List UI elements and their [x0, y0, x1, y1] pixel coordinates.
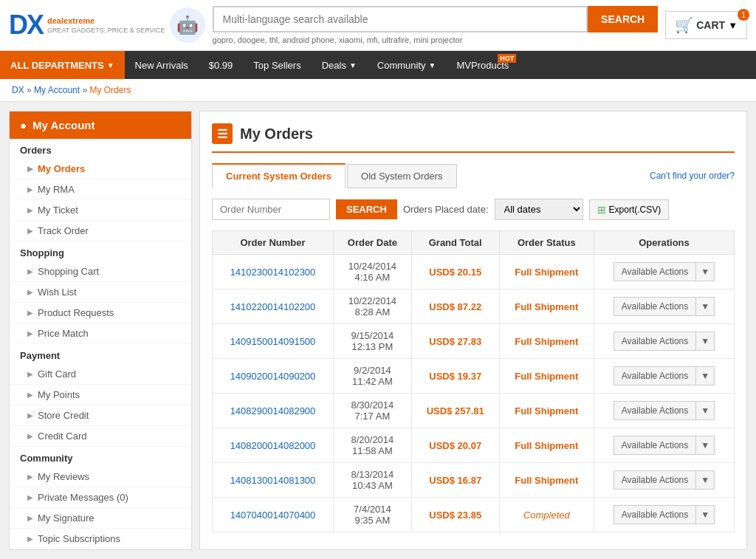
- arrow-icon: ▶: [27, 288, 33, 296]
- sidebar-item-topic-subscriptions[interactable]: ▶ Topic Subscriptions: [10, 529, 191, 549]
- order-number-input[interactable]: [212, 199, 330, 220]
- order-number-link[interactable]: 1407040014070400: [230, 510, 316, 521]
- sidebar-item-my-reviews[interactable]: ▶ My Reviews: [10, 467, 191, 487]
- tab-current-system-orders[interactable]: Current System Orders: [212, 163, 346, 188]
- nav-arrow-icon: ▼: [429, 61, 436, 69]
- cart-button[interactable]: 🛒 CART ▼ 1: [665, 11, 747, 39]
- grand-total-cell: USD$ 87.22: [411, 289, 499, 324]
- search-area: SEARCH gopro, doogee, thl, android phone…: [213, 6, 659, 44]
- search-tags: gopro, doogee, thl, android phone, xiaom…: [213, 35, 659, 44]
- available-actions-button[interactable]: Available Actions ▼: [614, 401, 715, 420]
- sidebar-item-label: Topic Subscriptions: [38, 533, 120, 544]
- content-area: ● My Account Orders ▶ My Orders ▶ My RMA…: [0, 102, 756, 559]
- sidebar-item-my-orders[interactable]: ▶ My Orders: [10, 159, 191, 179]
- order-number-link[interactable]: 1409020014090200: [230, 371, 316, 382]
- main-content: ☰ My Orders Current System Orders Old Sy…: [199, 111, 747, 550]
- sidebar-item-wish-list[interactable]: ▶ Wish List: [10, 282, 191, 303]
- order-number-link[interactable]: 1410220014102200: [230, 301, 316, 312]
- sidebar-item-product-requests[interactable]: ▶ Product Requests: [10, 303, 191, 323]
- order-status-cell: Completed: [499, 498, 594, 532]
- order-date-cell: 7/4/20149:35 AM: [333, 498, 411, 532]
- order-date-cell: 8/20/201411:58 AM: [333, 428, 411, 463]
- order-number-link[interactable]: 1408130014081300: [230, 475, 316, 486]
- table-row: 1408200014082000 8/20/201411:58 AM USD$ …: [213, 428, 735, 463]
- sidebar-item-track-order[interactable]: ▶ Track Order: [10, 221, 191, 241]
- arrow-icon: ▶: [27, 165, 33, 173]
- table-row: 1409150014091500 9/15/201412:13 PM USD$ …: [213, 324, 735, 359]
- operations-cell: Available Actions ▼: [594, 255, 734, 289]
- order-search-button[interactable]: SEARCH: [336, 199, 397, 219]
- nav-item-community[interactable]: Community ▼: [367, 51, 447, 79]
- breadcrumb-my-account[interactable]: My Account: [34, 85, 80, 95]
- actions-arrow-icon: ▼: [696, 506, 714, 524]
- export-button[interactable]: ⊞ Export(.CSV): [589, 199, 670, 220]
- available-actions-button[interactable]: Available Actions ▼: [614, 366, 715, 385]
- search-input[interactable]: [213, 6, 588, 32]
- tab-old-system-orders[interactable]: Old System Orders: [347, 164, 457, 188]
- table-header-row: Order Number Order Date Grand Total Orde…: [213, 231, 735, 255]
- sidebar-item-label: Credit Card: [38, 431, 86, 442]
- grand-total-cell: USD$ 20.15: [411, 255, 499, 289]
- grand-total-cell: USD$ 27.83: [411, 324, 499, 359]
- sidebar-item-credit-card[interactable]: ▶ Credit Card: [10, 426, 191, 447]
- actions-arrow-icon: ▼: [696, 402, 714, 419]
- available-actions-button[interactable]: Available Actions ▼: [614, 505, 715, 524]
- sidebar-item-shopping-cart[interactable]: ▶ Shopping Cart: [10, 261, 191, 282]
- arrow-icon: ▶: [27, 267, 33, 275]
- sidebar-item-gift-card[interactable]: ▶ Gift Card: [10, 364, 191, 385]
- available-actions-button[interactable]: Available Actions ▼: [614, 470, 715, 490]
- sidebar-item-my-points[interactable]: ▶ My Points: [10, 385, 191, 405]
- arrow-icon: ▶: [27, 432, 33, 440]
- order-number-link[interactable]: 1408290014082900: [230, 405, 316, 416]
- logo-text: dealextreme GREAT GADGETS, PRICE & SERVI…: [47, 16, 165, 33]
- order-date-cell: 10/22/20148:28 AM: [333, 289, 411, 324]
- actions-main-label: Available Actions: [614, 367, 697, 385]
- order-number-cell: 1408130014081300: [213, 463, 334, 498]
- available-actions-button[interactable]: Available Actions ▼: [614, 332, 715, 351]
- order-number-link[interactable]: 1408200014082000: [230, 440, 316, 451]
- sidebar-item-my-signature[interactable]: ▶ My Signature: [10, 508, 191, 529]
- sidebar-item-private-messages[interactable]: ▶ Private Messages (0): [10, 487, 191, 508]
- available-actions-button[interactable]: Available Actions ▼: [614, 436, 715, 455]
- nav-item-099[interactable]: $0.99: [199, 51, 244, 79]
- nav-item-all-departments[interactable]: ALL DEPARTMENTS ▼: [0, 51, 125, 79]
- order-number-cell: 1410230014102300: [213, 255, 334, 289]
- order-number-link[interactable]: 1410230014102300: [230, 267, 316, 278]
- sidebar-item-label: My RMA: [38, 184, 75, 195]
- search-button[interactable]: SEARCH: [588, 6, 658, 32]
- date-select[interactable]: All dates: [495, 199, 583, 220]
- sidebar-section-orders: Orders: [10, 139, 191, 159]
- logo-dx: DX: [9, 10, 43, 41]
- tab-label: Current System Orders: [226, 171, 331, 182]
- nav-item-mvproducts[interactable]: MVProducts HOT: [446, 51, 519, 79]
- sidebar-item-label: Track Order: [38, 225, 89, 236]
- operations-cell: Available Actions ▼: [594, 394, 734, 428]
- sidebar-item-label: Wish List: [38, 287, 77, 298]
- available-actions-button[interactable]: Available Actions ▼: [614, 262, 715, 281]
- nav-item-new-arrivals[interactable]: New Arrivals: [125, 51, 199, 79]
- sidebar-item-my-rma[interactable]: ▶ My RMA: [10, 179, 191, 200]
- actions-arrow-icon: ▼: [696, 263, 714, 281]
- nav-arrow-icon: ▼: [349, 61, 357, 69]
- nav-item-deals[interactable]: Deals ▼: [312, 51, 367, 79]
- actions-main-label: Available Actions: [614, 436, 697, 454]
- sidebar-item-store-credit[interactable]: ▶ Store Credit: [10, 405, 191, 426]
- order-number-cell: 1408290014082900: [213, 394, 334, 428]
- col-order-date: Order Date: [333, 231, 411, 255]
- sidebar-item-label: Private Messages (0): [38, 492, 128, 503]
- cant-find-order-link[interactable]: Can't find your order?: [650, 171, 735, 181]
- nav-label: Community: [377, 60, 426, 71]
- order-status-cell: Full Shipment: [499, 289, 594, 324]
- order-status-cell: Full Shipment: [499, 324, 594, 359]
- order-number-link[interactable]: 1409150014091500: [230, 336, 316, 347]
- page-title-icon: ☰: [212, 123, 233, 144]
- sidebar-item-label: Store Credit: [38, 410, 89, 421]
- table-row: 1408130014081300 8/13/201410:43 AM USD$ …: [213, 463, 735, 498]
- available-actions-button[interactable]: Available Actions ▼: [614, 297, 715, 316]
- grand-total-cell: USD$ 257.81: [411, 394, 499, 428]
- sidebar-header: ● My Account: [10, 112, 191, 139]
- sidebar-item-my-ticket[interactable]: ▶ My Ticket: [10, 200, 191, 221]
- nav-item-top-sellers[interactable]: Top Sellers: [243, 51, 311, 79]
- breadcrumb-dx[interactable]: DX: [12, 85, 24, 95]
- sidebar-item-price-match[interactable]: ▶ Price Match: [10, 323, 191, 344]
